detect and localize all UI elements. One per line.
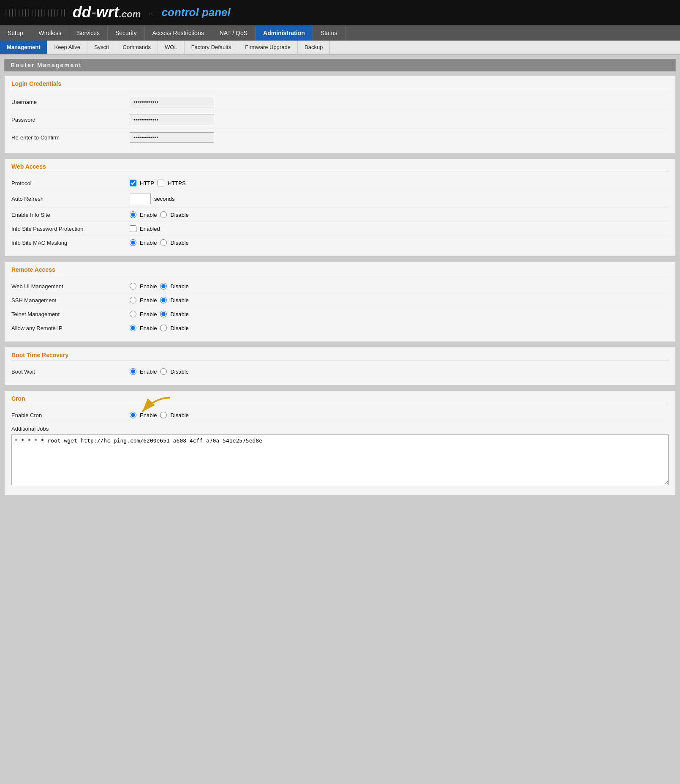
nav-administration[interactable]: Administration [256, 25, 313, 41]
http-checkbox[interactable] [130, 180, 136, 186]
subnav-sysctl[interactable]: Sysctl [87, 41, 116, 54]
remote-ip-enable-radio[interactable] [130, 325, 136, 331]
cron-panel: Cron Enable Cron Enable Disable [4, 391, 676, 496]
cron-disable-label[interactable]: Disable [170, 412, 188, 418]
auto-refresh-control: 3 seconds [130, 194, 669, 204]
remote-ip-label: Allow any Remote IP [11, 325, 130, 331]
password-label: Password [11, 117, 130, 123]
webui-disable-radio[interactable] [160, 283, 167, 290]
logo: | | | | | | | | | | | | | | | | | | | dd… [5, 3, 231, 21]
enable-info-site-row: Enable Info Site Enable Disable [11, 208, 669, 222]
telnet-disable-label[interactable]: Disable [170, 311, 188, 317]
ssh-disable-label[interactable]: Disable [170, 297, 188, 303]
telnet-disable-radio[interactable] [160, 311, 167, 317]
boot-wait-control: Enable Disable [130, 368, 669, 375]
login-credentials-title: Login Credentials [11, 80, 669, 89]
remote-ip-disable-radio[interactable] [160, 325, 167, 331]
protocol-row: Protocol HTTP HTTPS [11, 176, 669, 190]
mac-masking-enable-radio[interactable] [130, 239, 136, 246]
reenter-input[interactable] [130, 132, 214, 143]
arrow-annotation [138, 396, 172, 417]
nav-status[interactable]: Status [313, 25, 345, 41]
mac-masking-disable-label[interactable]: Disable [170, 240, 188, 246]
telnet-enable-radio[interactable] [130, 311, 136, 317]
nav-access-restrictions[interactable]: Access Restrictions [145, 25, 212, 41]
boot-wait-enable-label[interactable]: Enable [140, 369, 157, 375]
username-input[interactable] [130, 97, 214, 107]
https-checkbox[interactable] [158, 180, 164, 186]
username-label: Username [11, 99, 130, 105]
info-site-enable-label[interactable]: Enable [140, 212, 157, 218]
info-site-password-enabled-label[interactable]: Enabled [140, 226, 160, 232]
telnet-control: Enable Disable [130, 311, 669, 317]
boot-time-recovery-title: Boot Time Recovery [11, 352, 669, 361]
boot-wait-label: Boot Wait [11, 369, 130, 375]
info-site-password-checkbox[interactable] [130, 225, 136, 232]
ssh-enable-label[interactable]: Enable [140, 297, 157, 303]
boot-wait-disable-radio[interactable] [160, 368, 167, 375]
protocol-label: Protocol [11, 180, 130, 186]
subnav-commands[interactable]: Commands [116, 41, 158, 54]
subnav-backup[interactable]: Backup [298, 41, 330, 54]
web-ui-row: Web UI Management Enable Disable [11, 279, 669, 293]
reenter-row: Re-enter to Confirm [11, 129, 669, 146]
cron-enable-radio[interactable] [130, 412, 136, 418]
info-site-enable-radio[interactable] [130, 211, 136, 218]
section-title: Router Management [4, 59, 676, 71]
password-input[interactable] [130, 115, 214, 125]
webui-enable-radio[interactable] [130, 283, 136, 290]
subnav-factory-defaults[interactable]: Factory Defaults [185, 41, 239, 54]
mac-masking-enable-label[interactable]: Enable [140, 240, 157, 246]
web-access-title: Web Access [11, 163, 669, 172]
webui-enable-label[interactable]: Enable [140, 283, 157, 290]
remote-ip-disable-label[interactable]: Disable [170, 325, 188, 331]
password-row: Password [11, 111, 669, 129]
info-site-mac-row: Info Site MAC Masking Enable Disable [11, 236, 669, 249]
protocol-control: HTTP HTTPS [130, 180, 669, 186]
auto-refresh-input[interactable]: 3 [130, 194, 151, 204]
reenter-label: Re-enter to Confirm [11, 134, 130, 141]
info-site-disable-label[interactable]: Disable [170, 212, 188, 218]
subnav-keep-alive[interactable]: Keep Alive [47, 41, 87, 54]
telnet-row: Telnet Management Enable Disable [11, 307, 669, 321]
subnav-management[interactable]: Management [0, 41, 47, 54]
telnet-enable-label[interactable]: Enable [140, 311, 157, 317]
https-label[interactable]: HTTPS [168, 180, 186, 186]
additional-jobs-row: Additional Jobs [11, 422, 669, 489]
username-row: Username [11, 93, 669, 111]
telnet-label: Telnet Management [11, 311, 130, 317]
info-site-mac-control: Enable Disable [130, 239, 669, 246]
http-label[interactable]: HTTP [140, 180, 154, 186]
enable-info-site-label: Enable Info Site [11, 212, 130, 218]
boot-time-recovery-panel: Boot Time Recovery Boot Wait Enable Disa… [4, 347, 676, 385]
ssh-control: Enable Disable [130, 297, 669, 303]
page-content: Router Management Login Credentials User… [0, 55, 680, 784]
nav-security[interactable]: Security [108, 25, 145, 41]
subnav-firmware-upgrade[interactable]: Firmware Upgrade [238, 41, 298, 54]
web-ui-control: Enable Disable [130, 283, 669, 290]
nav-services[interactable]: Services [69, 25, 108, 41]
info-site-disable-radio[interactable] [160, 211, 167, 218]
additional-jobs-label: Additional Jobs [11, 426, 130, 432]
logo-ddwrt: dd-wrt.com [73, 3, 141, 21]
nav-setup[interactable]: Setup [0, 25, 31, 41]
mac-masking-disable-radio[interactable] [160, 239, 167, 246]
subnav-wol[interactable]: WOL [158, 41, 185, 54]
boot-wait-disable-label[interactable]: Disable [170, 369, 188, 375]
nav-nat-qos[interactable]: NAT / QoS [212, 25, 256, 41]
webui-disable-label[interactable]: Disable [170, 283, 188, 290]
sub-navigation: Management Keep Alive Sysctl Commands WO… [0, 41, 680, 55]
additional-jobs-textarea[interactable] [11, 434, 669, 485]
remote-ip-enable-label[interactable]: Enable [140, 325, 157, 331]
remote-access-panel: Remote Access Web UI Management Enable D… [4, 262, 676, 342]
ssh-enable-radio[interactable] [130, 297, 136, 303]
web-access-panel: Web Access Protocol HTTP HTTPS Auto Refr… [4, 158, 676, 257]
ssh-disable-radio[interactable] [160, 297, 167, 303]
cron-title: Cron [11, 395, 669, 404]
nav-wireless[interactable]: Wireless [31, 25, 70, 41]
remote-access-title: Remote Access [11, 266, 669, 275]
enable-info-site-control: Enable Disable [130, 211, 669, 218]
boot-wait-enable-radio[interactable] [130, 368, 136, 375]
auto-refresh-unit: seconds [154, 196, 174, 202]
auto-refresh-label: Auto Refresh [11, 196, 130, 202]
